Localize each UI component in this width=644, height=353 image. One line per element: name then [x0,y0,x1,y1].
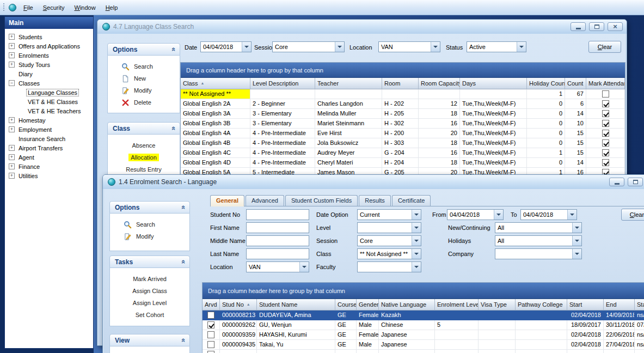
enrolment-grid-column-header-arvd[interactable]: Arvd [203,299,220,311]
task-link-assign-class[interactable]: Assign Class [110,285,189,297]
options-link-new[interactable]: New [108,72,180,84]
expand-icon[interactable]: + [9,43,15,49]
enrolment-grid-group-by-bar[interactable]: Drag a column header here to group by th… [203,283,644,299]
collapse-icon[interactable]: − [9,80,15,86]
level-dropdown-icon[interactable] [412,223,421,233]
tree-item-students[interactable]: +Students [5,32,93,41]
expand-icon[interactable]: + [9,154,15,160]
company-combo[interactable] [495,248,582,259]
class-grid-row[interactable]: Global English 4C4 - Pre-IntermediateAud… [181,148,625,158]
middle-name-input[interactable] [246,235,309,246]
class-combo[interactable]: ** Not Assigned ** [357,248,421,259]
arrived-checkbox[interactable] [207,351,214,353]
class-grid-column-header-days[interactable]: Days [460,78,527,89]
date-filter-combo[interactable]: 04/04/2018 [200,41,252,52]
status-filter-combo[interactable]: Active [467,41,526,52]
window2-restore-button[interactable] [628,178,643,186]
tasks-panel-header[interactable]: Tasks [109,255,190,268]
tree-item-enrolments[interactable]: +Enrolments [5,51,93,60]
new-continuing-dropdown-icon[interactable] [572,223,581,233]
holidays-combo[interactable]: All [495,235,582,246]
tab-student-custom-fields[interactable]: Student Custom Fields [285,195,358,206]
tab-certificate[interactable]: Certificate [392,195,431,206]
enrolment-grid-column-header-visa-type[interactable]: Visa Type [479,299,516,311]
clear-button[interactable]: Clear [621,209,644,221]
session-combo[interactable]: Core [357,235,421,246]
window1-titlebar[interactable]: 4.7 Language Class Search [97,20,627,34]
location-filter-dropdown-icon[interactable] [431,42,440,52]
enrolment-grid-column-header-native-language[interactable]: Native Language [379,299,435,311]
enrolment-grid-column-header-enrolment-level[interactable]: Enrolment Level [435,299,479,311]
new-continuing-combo[interactable]: All [495,222,582,233]
class-grid-column-header-class[interactable]: Class▲ [181,78,250,89]
tree-item-homestay[interactable]: +Homestay [5,115,93,125]
enrolment-grid-column-header-sta[interactable]: Sta [635,299,644,311]
tree-item-finance[interactable]: +Finance [5,162,93,171]
expand-icon[interactable]: + [9,163,15,169]
arrived-checkbox[interactable] [207,331,214,338]
class-grid-row[interactable]: ** Not Assigned **167 [181,89,625,99]
task-link-assign-level[interactable]: Assign Level [110,297,189,309]
expand-icon[interactable]: + [9,117,15,123]
location-filter-combo[interactable]: VAN [378,41,440,52]
options-link-modify[interactable]: Modify [110,230,189,242]
tree-item-vet-he-classes[interactable]: VET & HE Classes [5,97,93,106]
window1-maximize-button[interactable] [589,22,604,31]
tab-advanced[interactable]: Advanced [246,195,284,206]
tree-item-classes[interactable]: −Classes [5,78,93,88]
from-date-combo[interactable]: 04/04/2018 [447,209,504,220]
first-name-input[interactable] [246,222,309,233]
tree-item-insurance-search[interactable]: Insurance Search [5,134,93,143]
enrolment-grid-row[interactable]: 0000008213DUDAYEVA, AminaGEFemaleKazakh0… [203,311,644,320]
tree-item-utilities[interactable]: +Utilities [5,171,93,180]
attendance-checkbox[interactable] [602,130,609,137]
class-grid-column-header-holiday-count[interactable]: Holiday Count [527,78,565,89]
tree-item-airport-transfers[interactable]: +Airport Transfers [5,143,93,153]
location-combo[interactable]: VAN [246,261,309,272]
location-dropdown-icon[interactable] [299,262,309,272]
tree-item-employment[interactable]: +Employment [5,125,93,134]
class-link-absence[interactable]: Absence [108,139,180,151]
enrolment-grid-row[interactable]: 0000009435Takai, YuGEMaleJapanese02/04/2… [203,340,644,350]
class-panel-header[interactable]: Class [107,122,180,135]
task-link-set-cohort[interactable]: Set Cohort [110,309,189,321]
attendance-checkbox[interactable] [602,110,609,117]
options-link-search[interactable]: Search [108,60,180,72]
window1-minimize-button[interactable] [571,22,586,31]
status-filter-dropdown-icon[interactable] [517,42,526,52]
enrolment-grid-column-header-gender[interactable]: Gender [357,299,379,311]
arrived-checkbox[interactable] [207,321,214,328]
session-filter-dropdown-icon[interactable] [335,42,344,52]
student-no-input[interactable] [246,209,309,220]
class-dropdown-icon[interactable] [412,249,421,259]
level-combo[interactable] [357,222,421,233]
window1-close-button[interactable] [608,22,623,31]
class-grid-column-header-mark-attendar[interactable]: Mark Attendar [586,78,625,89]
class-grid-row[interactable]: Global English 3B3 - ElementaryMariet St… [181,119,625,129]
date-option-dropdown-icon[interactable] [412,210,421,220]
class-grid-column-header-count[interactable]: Count [565,78,586,89]
class-grid-column-header-level-description[interactable]: Level Description [250,78,315,89]
enrolment-grid-column-header-student-name[interactable]: Student Name [257,299,335,311]
class-grid-row[interactable]: Global English 4A4 - Pre-IntermediateEve… [181,129,625,138]
expand-icon[interactable]: + [9,173,15,179]
menu-item-help[interactable]: Help [101,2,123,13]
enrolment-grid-row[interactable]: 0000009262GU, WenjunGEMaleChinese518/09/… [203,320,644,330]
class-grid-row[interactable]: Global English 2A2 - BeginnerCharles Lan… [181,99,625,109]
holidays-dropdown-icon[interactable] [572,236,581,246]
faculty-combo[interactable] [357,261,421,272]
enrolment-grid-column-header-start[interactable]: Start [567,299,604,311]
company-dropdown-icon[interactable] [572,249,581,259]
tab-results[interactable]: Results [359,195,391,206]
tree-item-study-tours[interactable]: +Study Tours [5,60,93,69]
options-link-delete[interactable]: Delete [108,96,180,108]
class-grid-column-header-room[interactable]: Room [382,78,419,89]
from-date-dropdown-icon[interactable] [494,210,503,220]
tree-item-offers-and-applications[interactable]: +Offers and Applications [5,41,93,51]
class-grid-column-header-room-capacity[interactable]: Room Capacity [419,78,460,89]
attendance-checkbox[interactable] [602,159,609,166]
enrolment-grid-row[interactable]: 0000009359HAYASHI, KurumiGEFemaleJapanes… [203,330,644,340]
attendance-checkbox[interactable] [602,90,609,98]
to-date-dropdown-icon[interactable] [567,210,576,220]
expand-icon[interactable]: + [9,62,15,68]
